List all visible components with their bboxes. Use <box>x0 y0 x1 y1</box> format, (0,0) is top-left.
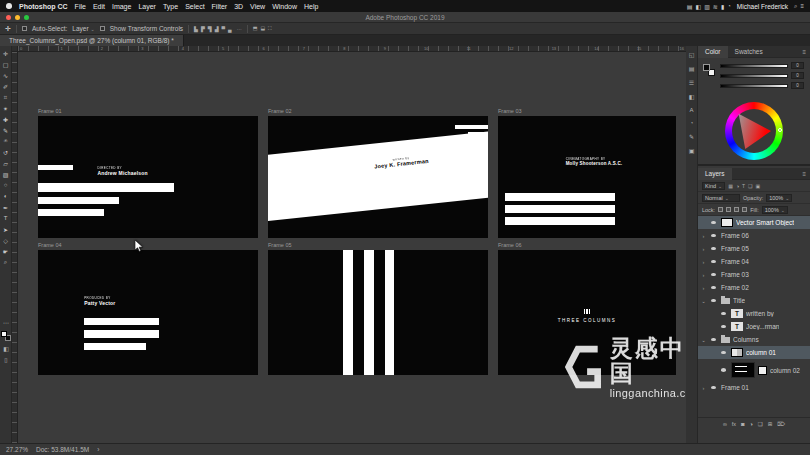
frame-02[interactable]: written by Joey K. Framerman <box>268 116 488 238</box>
lasso-tool[interactable]: ∿ <box>1 70 11 80</box>
horizontal-ruler[interactable]: 012345678910111213141516 <box>18 46 686 52</box>
visibility-eye-icon[interactable] <box>719 312 728 316</box>
status-chevron-icon[interactable]: › <box>97 446 99 453</box>
layer-row[interactable]: T written by <box>698 307 810 320</box>
frame-04-label[interactable]: Frame 04 <box>38 242 62 248</box>
canvas-area[interactable]: 012345678910111213141516 Frame 01 Frame … <box>12 46 686 443</box>
menubar-username[interactable]: Michael Frederick <box>737 3 788 10</box>
clone-stamp-tool[interactable]: ⍟ <box>1 136 11 146</box>
path-selection-tool[interactable]: ➤ <box>1 224 11 234</box>
layer-row[interactable]: › Frame 01 <box>698 381 810 394</box>
dock-panel-icon[interactable]: ☰ <box>689 79 694 86</box>
status-icon[interactable]: ▥ <box>704 3 710 10</box>
tab-layers[interactable]: Layers <box>698 168 732 180</box>
brush-tool[interactable]: ✎ <box>1 125 11 135</box>
visibility-eye-icon[interactable] <box>709 286 718 290</box>
quick-selection-tool[interactable]: ✐ <box>1 81 11 91</box>
menu-item[interactable]: Select <box>185 3 204 10</box>
layer-name[interactable]: column 01 <box>746 349 776 356</box>
layer-name[interactable]: written by <box>746 310 774 317</box>
zoom-button[interactable] <box>24 15 29 20</box>
gradient-tool[interactable]: ▨ <box>1 169 11 179</box>
disclosure-icon[interactable]: › <box>701 233 706 239</box>
foreground-color-chip[interactable] <box>703 64 710 71</box>
slider-value[interactable]: 0 <box>791 72 804 79</box>
layer-name[interactable]: Frame 06 <box>721 232 749 239</box>
menu-item[interactable]: Window <box>272 3 297 10</box>
quick-mask-icon[interactable]: ◧ <box>3 345 9 352</box>
layer-name[interactable]: Frame 04 <box>721 258 749 265</box>
layer-name[interactable]: Title <box>733 297 745 304</box>
menu-item[interactable]: Edit <box>93 3 105 10</box>
auto-select-checkbox[interactable] <box>22 26 27 31</box>
close-button[interactable] <box>6 15 11 20</box>
visibility-eye-icon[interactable] <box>709 273 718 277</box>
frame-03-label[interactable]: Frame 03 <box>498 108 522 114</box>
hand-tool[interactable]: ☛ <box>1 246 11 256</box>
lock-all-icon[interactable] <box>742 207 747 212</box>
disclosure-icon[interactable]: › <box>701 285 706 291</box>
slider-value[interactable]: 0 <box>791 82 804 89</box>
status-icon[interactable]: ▮ <box>721 3 724 10</box>
layer-row[interactable]: › Frame 04 <box>698 255 810 268</box>
eraser-tool[interactable]: ▱ <box>1 158 11 168</box>
filter-icon[interactable]: ▣ <box>756 183 761 189</box>
layer-row[interactable]: ⌄ Columns <box>698 333 810 346</box>
slider-track[interactable] <box>720 74 788 78</box>
layer-row[interactable]: › Frame 02 <box>698 281 810 294</box>
frame-05-label[interactable]: Frame 05 <box>268 242 292 248</box>
dock-panel-icon[interactable]: ▣ <box>689 147 695 154</box>
color-wheel[interactable] <box>725 102 783 160</box>
visibility-eye-icon[interactable] <box>709 338 718 342</box>
filter-icon[interactable]: T <box>742 183 745 189</box>
foreground-swatch[interactable] <box>1 331 7 337</box>
lock-position-icon[interactable] <box>734 207 739 212</box>
visibility-eye-icon[interactable] <box>719 368 728 372</box>
mode-icon[interactable]: ⬓ <box>260 25 265 32</box>
footer-icon[interactable]: ⊞ <box>768 421 773 427</box>
panel-menu-icon[interactable]: ≡ <box>802 49 806 55</box>
dodge-tool[interactable]: ◐ <box>1 191 11 201</box>
visibility-eye-icon[interactable] <box>709 234 718 238</box>
crop-tool[interactable]: ⌗ <box>1 92 11 102</box>
zoom-tool[interactable]: ⌕ <box>1 257 11 267</box>
shape-tool[interactable]: ◇ <box>1 235 11 245</box>
lock-transparency-icon[interactable] <box>718 207 723 212</box>
layer-name[interactable]: Frame 02 <box>721 284 749 291</box>
frame-04[interactable]: PRODUCED BY Patty Vector <box>38 250 258 375</box>
mode-icon[interactable]: ⬒ <box>253 25 258 32</box>
filter-icon[interactable]: ◑ <box>736 183 739 189</box>
blur-tool[interactable]: ○ <box>1 180 11 190</box>
frame-06-label[interactable]: Frame 06 <box>498 242 522 248</box>
layer-row[interactable]: › Frame 06 <box>698 229 810 242</box>
disclosure-icon[interactable]: › <box>701 272 706 278</box>
layer-name[interactable]: Frame 05 <box>721 245 749 252</box>
tab-color[interactable]: Color <box>698 46 728 58</box>
layer-row[interactable]: T Joey...rman <box>698 320 810 333</box>
eyedropper-tool[interactable]: ✴ <box>1 103 11 113</box>
status-icon[interactable]: ◧ <box>696 3 702 10</box>
menu-item[interactable]: View <box>250 3 265 10</box>
footer-icon[interactable]: fx <box>732 421 736 427</box>
align-icon[interactable]: ▛ <box>201 26 205 32</box>
foreground-background-colors[interactable] <box>1 331 11 341</box>
layer-row[interactable]: › Frame 05 <box>698 242 810 255</box>
disclosure-icon[interactable]: ⌄ <box>701 337 706 343</box>
dock-panel-icon[interactable]: A <box>689 107 693 113</box>
menubar-icon[interactable]: ≡ <box>800 3 804 10</box>
color-wheel-triangle[interactable] <box>738 113 771 149</box>
show-transform-checkbox[interactable] <box>100 26 105 31</box>
frame-01-label[interactable]: Frame 01 <box>38 108 62 114</box>
menu-item[interactable]: Type <box>163 3 178 10</box>
visibility-eye-icon[interactable] <box>719 325 728 329</box>
layer-row[interactable]: ⌄ Title <box>698 294 810 307</box>
slider-track[interactable] <box>720 84 788 88</box>
menu-item[interactable]: Help <box>304 3 318 10</box>
layer-name[interactable]: Joey...rman <box>746 323 779 330</box>
dock-panel-icon[interactable]: ✎ <box>689 133 694 140</box>
layer-row[interactable]: column 01 <box>698 346 810 359</box>
auto-select-dropdown[interactable]: Layer⌄ <box>72 25 94 32</box>
layer-name[interactable]: column 02 <box>770 367 800 374</box>
footer-icon[interactable]: ∞ <box>723 421 727 427</box>
panel-menu-icon[interactable]: ≡ <box>802 171 806 177</box>
